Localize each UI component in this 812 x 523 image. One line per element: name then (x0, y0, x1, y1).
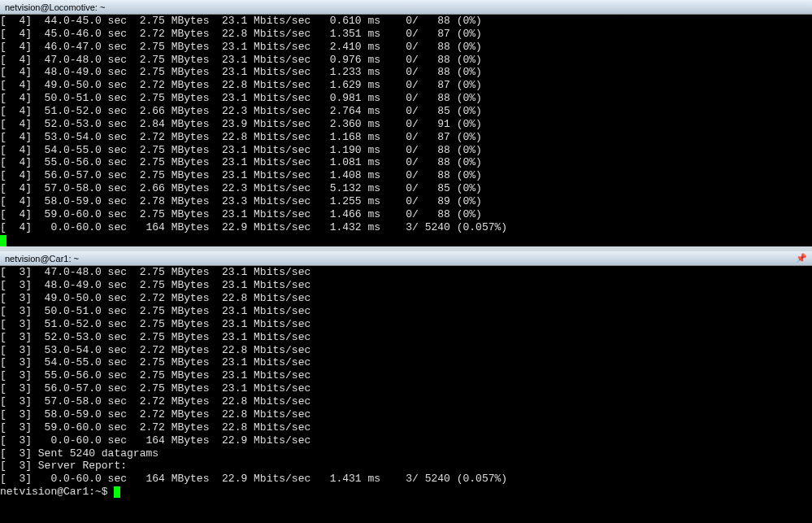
cursor-icon (0, 235, 7, 246)
terminal-line: [ 3] 0.0-60.0 sec 164 MBytes 22.9 Mbits/… (0, 434, 812, 447)
terminal-pane-car1: netvision@Car1: ~ 📌 [ 3] 47.0-48.0 sec 2… (0, 251, 812, 498)
terminal-cursor-row (0, 234, 812, 247)
terminal-line: [ 3] 55.0-56.0 sec 2.75 MBytes 23.1 Mbit… (0, 369, 812, 382)
terminal-pane-locomotive: netvision@Locomotive: ~ [ 4] 44.0-45.0 s… (0, 0, 812, 246)
terminal-line: [ 3] 51.0-52.0 sec 2.75 MBytes 23.1 Mbit… (0, 318, 812, 331)
terminal-line: [ 4] 55.0-56.0 sec 2.75 MBytes 23.1 Mbit… (0, 156, 812, 169)
pin-icon[interactable]: 📌 (796, 253, 807, 264)
terminal-line: [ 3] 59.0-60.0 sec 2.72 MBytes 22.8 Mbit… (0, 421, 812, 434)
terminal-line: [ 4] 54.0-55.0 sec 2.75 MBytes 23.1 Mbit… (0, 144, 812, 157)
terminal-line: [ 3] 47.0-48.0 sec 2.75 MBytes 23.1 Mbit… (0, 266, 812, 279)
terminal-line: [ 3] Server Report: (0, 460, 812, 473)
terminal-line: [ 4] 49.0-50.0 sec 2.72 MBytes 22.8 Mbit… (0, 79, 812, 92)
terminal-line: [ 3] 49.0-50.0 sec 2.72 MBytes 22.8 Mbit… (0, 292, 812, 305)
terminal-output-car1[interactable]: [ 3] 47.0-48.0 sec 2.75 MBytes 23.1 Mbit… (0, 266, 812, 498)
titlebar-title: netvision@Car1: ~ (5, 254, 796, 264)
terminal-line: [ 4] 48.0-49.0 sec 2.75 MBytes 23.1 Mbit… (0, 66, 812, 79)
titlebar-locomotive[interactable]: netvision@Locomotive: ~ (0, 0, 812, 15)
terminal-line: [ 3] 56.0-57.0 sec 2.75 MBytes 23.1 Mbit… (0, 382, 812, 395)
titlebar-car1[interactable]: netvision@Car1: ~ 📌 (0, 251, 812, 266)
terminal-line: [ 3] Sent 5240 datagrams (0, 447, 812, 460)
terminal-line: [ 3] 50.0-51.0 sec 2.75 MBytes 23.1 Mbit… (0, 305, 812, 318)
terminal-line: [ 4] 0.0-60.0 sec 164 MBytes 22.9 Mbits/… (0, 221, 812, 234)
terminal-line: [ 4] 56.0-57.0 sec 2.75 MBytes 23.1 Mbit… (0, 169, 812, 182)
terminal-line: [ 4] 51.0-52.0 sec 2.66 MBytes 22.3 Mbit… (0, 105, 812, 118)
terminal-line: [ 4] 59.0-60.0 sec 2.75 MBytes 23.1 Mbit… (0, 208, 812, 221)
terminal-line: [ 4] 47.0-48.0 sec 2.75 MBytes 23.1 Mbit… (0, 54, 812, 67)
terminal-line: [ 4] 50.0-51.0 sec 2.75 MBytes 23.1 Mbit… (0, 92, 812, 105)
terminal-line: [ 3] 57.0-58.0 sec 2.72 MBytes 22.8 Mbit… (0, 395, 812, 408)
terminal-output-locomotive[interactable]: [ 4] 44.0-45.0 sec 2.75 MBytes 23.1 Mbit… (0, 15, 812, 246)
terminal-line: [ 3] 54.0-55.0 sec 2.75 MBytes 23.1 Mbit… (0, 356, 812, 369)
terminal-line: [ 4] 57.0-58.0 sec 2.66 MBytes 22.3 Mbit… (0, 182, 812, 195)
terminal-line: [ 4] 45.0-46.0 sec 2.72 MBytes 22.8 Mbit… (0, 28, 812, 41)
terminal-line: [ 4] 44.0-45.0 sec 2.75 MBytes 23.1 Mbit… (0, 15, 812, 28)
terminal-line: [ 4] 46.0-47.0 sec 2.75 MBytes 23.1 Mbit… (0, 41, 812, 54)
titlebar-title: netvision@Locomotive: ~ (5, 2, 807, 12)
shell-prompt: netvision@Car1:~$ (0, 486, 114, 499)
terminal-line: [ 3] 0.0-60.0 sec 164 MBytes 22.9 Mbits/… (0, 473, 812, 486)
terminal-line: [ 3] 58.0-59.0 sec 2.72 MBytes 22.8 Mbit… (0, 408, 812, 421)
terminal-line: [ 4] 58.0-59.0 sec 2.78 MBytes 23.3 Mbit… (0, 195, 812, 208)
terminal-line: [ 4] 53.0-54.0 sec 2.72 MBytes 22.8 Mbit… (0, 131, 812, 144)
terminal-prompt-row[interactable]: netvision@Car1:~$ (0, 486, 812, 499)
terminal-line: [ 4] 52.0-53.0 sec 2.84 MBytes 23.9 Mbit… (0, 118, 812, 131)
cursor-icon (114, 486, 120, 498)
terminal-line: [ 3] 52.0-53.0 sec 2.75 MBytes 23.1 Mbit… (0, 331, 812, 344)
terminal-line: [ 3] 48.0-49.0 sec 2.75 MBytes 23.1 Mbit… (0, 279, 812, 292)
terminal-line: [ 3] 53.0-54.0 sec 2.72 MBytes 22.8 Mbit… (0, 344, 812, 357)
